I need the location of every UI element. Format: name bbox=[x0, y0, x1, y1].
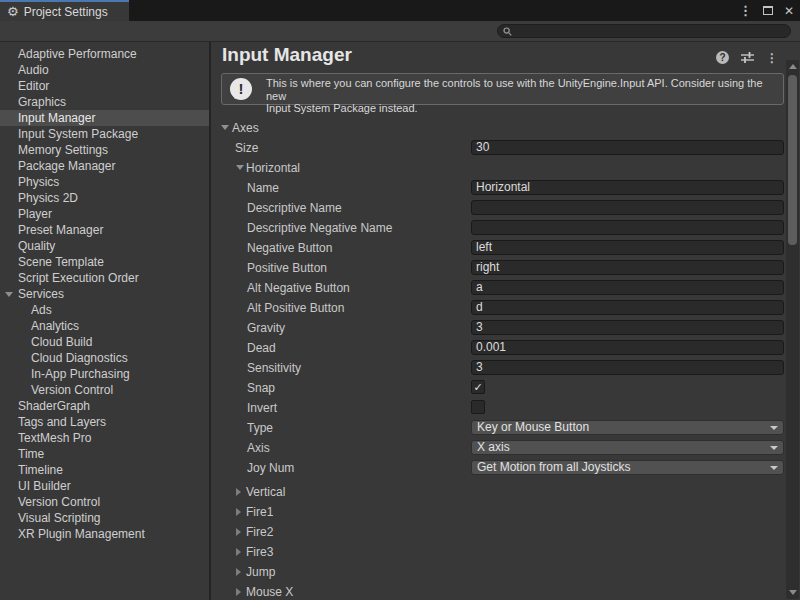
scroll-up-icon[interactable] bbox=[789, 64, 797, 69]
sidebar-item-timeline[interactable]: Timeline bbox=[0, 462, 209, 478]
foldout-closed-icon[interactable] bbox=[236, 488, 241, 496]
sidebar-item-version-control[interactable]: Version Control bbox=[0, 494, 209, 510]
row-dead: Dead0.001 bbox=[211, 338, 800, 358]
type-label: Type bbox=[247, 421, 273, 435]
invert-checkbox[interactable] bbox=[471, 400, 485, 414]
size-field[interactable]: 30 bbox=[471, 140, 784, 155]
alt-negative-button-field[interactable]: a bbox=[471, 280, 784, 295]
search-box[interactable] bbox=[497, 24, 791, 38]
sidebar-item-label: Ads bbox=[31, 303, 52, 317]
sidebar-item-adaptive-performance[interactable]: Adaptive Performance bbox=[0, 46, 209, 62]
tab-project-settings[interactable]: ⚙ Project Settings bbox=[0, 0, 129, 21]
type-dropdown[interactable]: Key or Mouse Button bbox=[471, 420, 784, 435]
sidebar-item-scene-template[interactable]: Scene Template bbox=[0, 254, 209, 270]
row-snap: Snap✓ bbox=[211, 378, 800, 398]
sidebar-item-label: Time bbox=[18, 447, 44, 461]
sidebar-item-tags-and-layers[interactable]: Tags and Layers bbox=[0, 414, 209, 430]
alt-positive-button-field[interactable]: d bbox=[471, 300, 784, 315]
sidebar-item-xr-plugin-management[interactable]: XR Plugin Management bbox=[0, 526, 209, 542]
descriptive-negative-name-field[interactable] bbox=[471, 220, 784, 235]
preset-icon[interactable] bbox=[741, 52, 754, 63]
sidebar-item-label: Tags and Layers bbox=[18, 415, 106, 429]
sensitivity-field[interactable]: 3 bbox=[471, 360, 784, 375]
dead-field[interactable]: 0.001 bbox=[471, 340, 784, 355]
sidebar-item-label: Memory Settings bbox=[18, 143, 108, 157]
foldout-closed-icon[interactable] bbox=[236, 528, 241, 536]
mouse-x-label[interactable]: Mouse X bbox=[246, 585, 293, 599]
name-field[interactable]: Horizontal bbox=[471, 180, 784, 195]
row-negative-button: Negative Buttonleft bbox=[211, 238, 800, 258]
sidebar-item-label: Services bbox=[18, 287, 64, 301]
sidebar-item-label: Input Manager bbox=[18, 111, 95, 125]
fire3-label[interactable]: Fire3 bbox=[246, 545, 273, 559]
foldout-open-icon[interactable] bbox=[5, 292, 13, 297]
panel-menu-icon[interactable]: ⋮ bbox=[766, 52, 778, 64]
sidebar-item-version-control[interactable]: Version Control bbox=[0, 382, 209, 398]
sidebar-item-time[interactable]: Time bbox=[0, 446, 209, 462]
descriptive-name-label: Descriptive Name bbox=[247, 201, 342, 215]
vertical-label[interactable]: Vertical bbox=[246, 485, 285, 499]
sidebar-item-label: Version Control bbox=[31, 383, 113, 397]
row-positive-button: Positive Buttonright bbox=[211, 258, 800, 278]
negative-button-field[interactable]: left bbox=[471, 240, 784, 255]
joy-num-dropdown[interactable]: Get Motion from all Joysticks bbox=[471, 460, 784, 475]
sidebar-item-audio[interactable]: Audio bbox=[0, 62, 209, 78]
axis-dropdown[interactable]: X axis bbox=[471, 440, 784, 455]
sidebar-item-physics[interactable]: Physics bbox=[0, 174, 209, 190]
row-sensitivity: Sensitivity3 bbox=[211, 358, 800, 378]
sidebar-item-input-manager[interactable]: Input Manager bbox=[0, 110, 209, 126]
maximize-icon[interactable] bbox=[763, 6, 773, 15]
help-icon[interactable]: ? bbox=[716, 51, 729, 64]
chevron-down-icon bbox=[770, 426, 778, 430]
sidebar-item-quality[interactable]: Quality bbox=[0, 238, 209, 254]
sidebar-item-package-manager[interactable]: Package Manager bbox=[0, 158, 209, 174]
chevron-down-icon bbox=[770, 466, 778, 470]
sidebar-item-ads[interactable]: Ads bbox=[0, 302, 209, 318]
close-icon[interactable]: ✕ bbox=[784, 5, 794, 17]
horizontal-label[interactable]: Horizontal bbox=[246, 161, 300, 175]
sidebar-item-ui-builder[interactable]: UI Builder bbox=[0, 478, 209, 494]
sidebar-item-visual-scripting[interactable]: Visual Scripting bbox=[0, 510, 209, 526]
descriptive-name-field[interactable] bbox=[471, 200, 784, 215]
sidebar-item-textmesh-pro[interactable]: TextMesh Pro bbox=[0, 430, 209, 446]
row-horizontal: Horizontal bbox=[211, 158, 800, 178]
jump-label[interactable]: Jump bbox=[246, 565, 275, 579]
info-text-line2: Input System Package instead. bbox=[266, 102, 783, 115]
fire2-label[interactable]: Fire2 bbox=[246, 525, 273, 539]
sidebar-item-input-system-package[interactable]: Input System Package bbox=[0, 126, 209, 142]
foldout-closed-icon[interactable] bbox=[236, 508, 241, 516]
sidebar-item-label: Script Execution Order bbox=[18, 271, 139, 285]
sidebar-item-analytics[interactable]: Analytics bbox=[0, 318, 209, 334]
sidebar-item-preset-manager[interactable]: Preset Manager bbox=[0, 222, 209, 238]
row-descriptive-name: Descriptive Name bbox=[211, 198, 800, 218]
fire1-label[interactable]: Fire1 bbox=[246, 505, 273, 519]
vertical-scrollbar[interactable] bbox=[786, 60, 799, 599]
foldout-closed-icon[interactable] bbox=[236, 568, 241, 576]
sidebar-item-label: TextMesh Pro bbox=[18, 431, 91, 445]
scroll-down-icon[interactable] bbox=[789, 590, 797, 595]
foldout-closed-icon[interactable] bbox=[236, 548, 241, 556]
sidebar-item-graphics[interactable]: Graphics bbox=[0, 94, 209, 110]
sidebar-item-cloud-diagnostics[interactable]: Cloud Diagnostics bbox=[0, 350, 209, 366]
sidebar-item-player[interactable]: Player bbox=[0, 206, 209, 222]
sidebar-item-shadergraph[interactable]: ShaderGraph bbox=[0, 398, 209, 414]
snap-checkbox[interactable]: ✓ bbox=[471, 380, 485, 394]
sidebar-item-in-app-purchasing[interactable]: In-App Purchasing bbox=[0, 366, 209, 382]
gravity-field[interactable]: 3 bbox=[471, 320, 784, 335]
search-input[interactable] bbox=[512, 25, 790, 37]
sidebar-item-physics-2d[interactable]: Physics 2D bbox=[0, 190, 209, 206]
foldout-closed-icon[interactable] bbox=[236, 588, 241, 596]
foldout-open-icon[interactable] bbox=[221, 125, 229, 130]
positive-button-field[interactable]: right bbox=[471, 260, 784, 275]
sidebar-item-editor[interactable]: Editor bbox=[0, 78, 209, 94]
scrollbar-thumb[interactable] bbox=[788, 75, 797, 245]
window-menu-icon[interactable]: ⋮ bbox=[739, 4, 752, 17]
sidebar-item-cloud-build[interactable]: Cloud Build bbox=[0, 334, 209, 350]
axes-label[interactable]: Axes bbox=[232, 121, 259, 135]
row-axis: AxisX axis bbox=[211, 438, 800, 458]
sidebar-item-label: Graphics bbox=[18, 95, 66, 109]
sidebar-item-script-execution-order[interactable]: Script Execution Order bbox=[0, 270, 209, 286]
sidebar-item-services[interactable]: Services bbox=[0, 286, 209, 302]
foldout-open-icon[interactable] bbox=[236, 165, 244, 170]
sidebar-item-memory-settings[interactable]: Memory Settings bbox=[0, 142, 209, 158]
